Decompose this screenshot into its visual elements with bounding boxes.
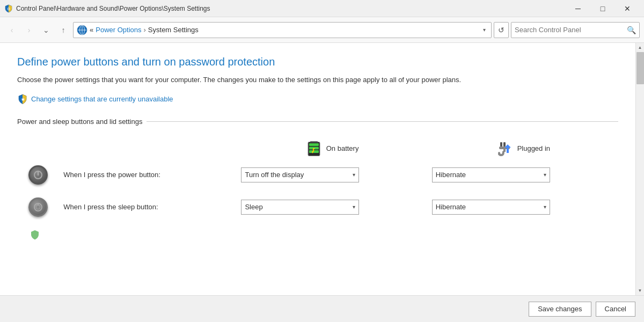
window-icon: ⚙: [4, 4, 13, 13]
section-label: Power and sleep buttons and lid settings: [17, 118, 142, 126]
bottom-bar: Save changes Cancel: [0, 295, 644, 322]
sleep-battery-value: Sleep: [245, 203, 350, 211]
sleep-button-label: When I press the sleep button:: [59, 193, 237, 221]
svg-rect-11: [500, 142, 502, 147]
breadcrumb-power-options[interactable]: Power Options: [96, 26, 141, 34]
scroll-down-arrow[interactable]: ▼: [636, 286, 645, 295]
power-battery-arrow: ▾: [353, 172, 355, 178]
up-button[interactable]: ↑: [56, 23, 71, 38]
power-battery-value: Turn off the display: [245, 171, 350, 179]
breadcrumb-arrow: ›: [144, 26, 146, 34]
address-dropdown-arrow[interactable]: ▾: [481, 27, 488, 33]
power-icon-cell: [17, 161, 59, 189]
sleep-pluggedin-arrow: ▾: [544, 204, 546, 210]
save-button[interactable]: Save changes: [529, 302, 591, 317]
sleep-button-row: When I press the sleep button: Sleep ▾ H…: [17, 193, 618, 221]
shield-icon: ★: [17, 94, 28, 105]
search-box[interactable]: 🔍: [511, 22, 640, 38]
plugged-in-header: Plugged in: [432, 141, 614, 156]
power-battery-dropdown-cell[interactable]: Turn off the display ▾: [237, 161, 427, 189]
on-battery-label: On battery: [326, 144, 359, 152]
window-controls[interactable]: ─ □ ✕: [566, 0, 640, 17]
address-path[interactable]: « Power Options › System Settings ▾: [73, 22, 492, 38]
svg-point-19: [36, 205, 40, 209]
plug-icon: [496, 141, 513, 156]
sleep-pluggedin-value: Hibernate: [436, 203, 541, 211]
close-button[interactable]: ✕: [615, 0, 640, 17]
breadcrumb-sep: «: [90, 26, 93, 34]
partial-row: [17, 221, 618, 245]
power-pluggedin-dropdown-cell[interactable]: Hibernate ▾: [428, 161, 618, 189]
scrollbar[interactable]: ▲ ▼: [635, 43, 644, 295]
breadcrumb-text: « Power Options › System Settings: [90, 26, 481, 34]
battery-icon: [306, 140, 322, 158]
section-divider: [147, 121, 618, 122]
on-battery-header: On battery: [241, 140, 423, 158]
maximize-button[interactable]: □: [590, 0, 615, 17]
content-area: Define power buttons and turn on passwor…: [0, 43, 635, 295]
svg-rect-10: [503, 142, 506, 147]
sleep-pluggedin-dropdown-cell[interactable]: Hibernate ▾: [428, 193, 618, 221]
dropdown-button[interactable]: ⌄: [39, 23, 54, 38]
scroll-thumb[interactable]: [636, 52, 644, 84]
svg-text:★: ★: [21, 97, 25, 102]
search-icon: 🔍: [627, 26, 636, 34]
section-header: Power and sleep buttons and lid settings: [17, 118, 618, 126]
cancel-button[interactable]: Cancel: [596, 302, 635, 317]
power-pluggedin-value: Hibernate: [436, 171, 541, 179]
path-icon: [77, 25, 87, 35]
scroll-up-arrow[interactable]: ▲: [636, 43, 645, 52]
main-container: Define power buttons and turn on passwor…: [0, 43, 644, 295]
search-input[interactable]: [515, 26, 627, 34]
window-title: Control Panel\Hardware and Sound\Power O…: [16, 5, 566, 12]
power-pluggedin-arrow: ▾: [544, 172, 546, 178]
sleep-battery-dropdown-cell[interactable]: Sleep ▾: [237, 193, 427, 221]
back-button[interactable]: ‹: [4, 23, 19, 38]
power-button-label: When I press the power button:: [59, 161, 237, 189]
settings-table: On battery: [17, 136, 618, 245]
sleep-battery-dropdown[interactable]: Sleep ▾: [241, 200, 359, 215]
power-button-row: When I press the power button: Turn off …: [17, 161, 618, 189]
sleep-pluggedin-dropdown[interactable]: Hibernate ▾: [432, 200, 550, 215]
address-bar: ‹ › ⌄ ↑ « Power Options › System Setting…: [0, 17, 644, 43]
svg-rect-6: [309, 143, 319, 146]
power-pluggedin-dropdown[interactable]: Hibernate ▾: [432, 167, 550, 182]
svg-text:⚙: ⚙: [7, 7, 10, 11]
minimize-button[interactable]: ─: [566, 0, 590, 17]
refresh-button[interactable]: ↺: [494, 22, 509, 38]
sleep-button-icon: [28, 197, 48, 217]
breadcrumb-system-settings: System Settings: [148, 26, 199, 34]
change-settings-text: Change settings that are currently unava…: [31, 95, 173, 103]
change-settings-link[interactable]: ★ Change settings that are currently una…: [17, 94, 618, 105]
power-battery-dropdown[interactable]: Turn off the display ▾: [241, 167, 359, 182]
sleep-battery-arrow: ▾: [353, 204, 355, 210]
sleep-icon-cell: [17, 193, 59, 221]
page-description: Choose the power settings that you want …: [17, 75, 500, 85]
forward-button[interactable]: ›: [21, 23, 36, 38]
scroll-track[interactable]: [636, 52, 644, 286]
power-button-icon: [28, 165, 48, 185]
page-title: Define power buttons and turn on passwor…: [17, 56, 618, 68]
title-bar: ⚙ Control Panel\Hardware and Sound\Power…: [0, 0, 644, 17]
plugged-in-label: Plugged in: [517, 144, 550, 152]
